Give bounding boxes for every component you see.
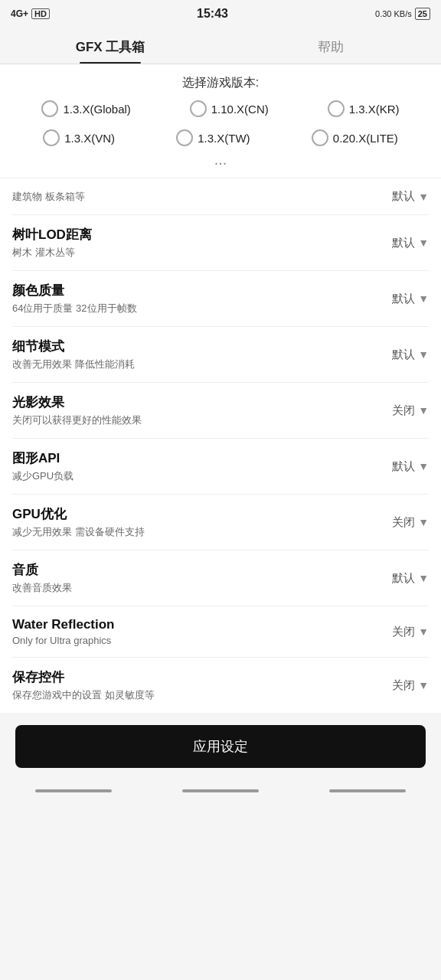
network-speed: 0.30 KB/s [375,9,412,18]
setting-desc-audio-quality: 改善音质效果 [12,581,383,595]
setting-title-gpu-optimize: GPU优化 [12,505,383,523]
setting-water-reflection: Water Reflection Only for Ultra graphics… [12,606,429,658]
setting-desc-gpu-optimize: 减少无用效果 需设备硬件支持 [12,525,383,539]
dropdown-arrow-leaf-lod: ▼ [418,237,429,249]
version-lite[interactable]: 0.20.X(LITE) [312,129,398,146]
settings-list: 建筑物 板条箱等 默认 ▼ 树叶LOD距离 树木 灌木丛等 默认 ▼ 颜色质量 … [0,178,441,713]
radio-tw[interactable] [176,129,193,146]
status-left: 4G+ HD [11,8,50,19]
setting-desc-color-quality: 64位用于质量 32位用于帧数 [12,302,383,315]
version-kr[interactable]: 1.3.X(KR) [328,100,400,117]
nav-line-left [35,789,112,792]
setting-title-shadow-effect: 光影效果 [12,394,383,411]
setting-info-leaf-lod: 树叶LOD距离 树木 灌木丛等 [12,226,383,260]
setting-info-audio-quality: 音质 改善音质效果 [12,561,383,595]
setting-shadow-effect: 光影效果 关闭可以获得更好的性能效果 关闭 ▼ [12,383,429,439]
setting-detail-mode: 细节模式 改善无用效果 降低性能消耗 默认 ▼ [12,327,429,383]
tab-gfx[interactable]: GFX 工具箱 [0,28,220,64]
setting-value-leaf-lod[interactable]: 默认 ▼ [383,236,429,250]
setting-value-object-detail[interactable]: 默认 ▼ [383,189,429,204]
setting-desc-water-reflection: Only for Ultra graphics [12,635,383,646]
setting-object-detail: 建筑物 板条箱等 默认 ▼ [12,178,429,215]
dropdown-arrow-object-detail: ▼ [418,191,429,203]
version-tw[interactable]: 1.3.X(TW) [176,129,250,146]
apply-section: 应用设定 [0,713,441,783]
dropdown-arrow-graphics-api: ▼ [418,460,429,472]
setting-value-audio-quality[interactable]: 默认 ▼ [383,571,429,586]
status-bar: 4G+ HD 15:43 0.30 KB/s 25 [0,0,441,28]
setting-info-shadow-effect: 光影效果 关闭可以获得更好的性能效果 [12,394,383,427]
setting-value-color-quality[interactable]: 默认 ▼ [383,292,429,306]
dropdown-arrow-audio-quality: ▼ [418,572,429,584]
setting-leaf-lod: 树叶LOD距离 树木 灌木丛等 默认 ▼ [12,215,429,271]
version-selector: 选择游戏版本: 1.3.X(Global) 1.10.X(CN) 1.3.X(K… [0,64,441,178]
setting-title-graphics-api: 图形API [12,449,383,467]
setting-info-object-detail: 建筑物 板条箱等 [12,190,383,204]
network-indicator: 4G+ [11,8,28,19]
setting-value-detail-mode[interactable]: 默认 ▼ [383,348,429,362]
hd-badge: HD [31,8,50,19]
setting-title-water-reflection: Water Reflection [12,617,383,632]
version-cn[interactable]: 1.10.X(CN) [190,100,269,117]
setting-value-graphics-api[interactable]: 默认 ▼ [383,459,429,474]
setting-graphics-api: 图形API 减少GPU负载 默认 ▼ [12,439,429,495]
version-row-1: 1.3.X(Global) 1.10.X(CN) 1.3.X(KR) [12,100,429,117]
setting-info-save-controls: 保存控件 保存您游戏中的设置 如灵敏度等 [12,668,383,702]
dropdown-arrow-water-reflection: ▼ [418,626,429,638]
setting-info-detail-mode: 细节模式 改善无用效果 降低性能消耗 [12,338,383,371]
setting-value-water-reflection[interactable]: 关闭 ▼ [383,625,429,639]
radio-lite[interactable] [312,129,328,146]
setting-info-color-quality: 颜色质量 64位用于质量 32位用于帧数 [12,282,383,315]
setting-title-color-quality: 颜色质量 [12,282,383,299]
nav-line-right [329,789,406,792]
setting-color-quality: 颜色质量 64位用于质量 32位用于帧数 默认 ▼ [12,271,429,327]
version-options: 1.3.X(Global) 1.10.X(CN) 1.3.X(KR) 1.3.X… [12,100,429,146]
setting-info-water-reflection: Water Reflection Only for Ultra graphics [12,617,383,646]
version-title: 选择游戏版本: [12,75,429,91]
setting-desc-graphics-api: 减少GPU负载 [12,469,383,483]
setting-save-controls: 保存控件 保存您游戏中的设置 如灵敏度等 关闭 ▼ [12,658,429,713]
setting-desc-leaf-lod: 树木 灌木丛等 [12,246,383,260]
setting-title-detail-mode: 细节模式 [12,338,383,355]
dropdown-arrow-detail-mode: ▼ [418,348,429,361]
setting-title-save-controls: 保存控件 [12,668,383,686]
setting-gpu-optimize: GPU优化 减少无用效果 需设备硬件支持 关闭 ▼ [12,495,429,550]
radio-kr[interactable] [328,100,345,117]
status-time: 15:43 [197,7,228,21]
setting-desc-object-detail: 建筑物 板条箱等 [12,190,383,204]
bottom-nav [0,783,441,800]
dropdown-arrow-color-quality: ▼ [418,292,429,305]
setting-info-graphics-api: 图形API 减少GPU负载 [12,449,383,483]
apply-button[interactable]: 应用设定 [15,725,426,768]
radio-cn[interactable] [190,100,207,117]
tab-help[interactable]: 帮助 [220,28,441,64]
setting-audio-quality: 音质 改善音质效果 默认 ▼ [12,550,429,606]
setting-title-leaf-lod: 树叶LOD距离 [12,226,383,243]
battery-level: 25 [415,8,430,20]
version-row-2: 1.3.X(VN) 1.3.X(TW) 0.20.X(LITE) [12,129,429,146]
setting-desc-detail-mode: 改善无用效果 降低性能消耗 [12,358,383,371]
radio-global[interactable] [41,100,58,117]
dropdown-arrow-save-controls: ▼ [418,679,429,691]
status-right: 0.30 KB/s 25 [375,8,430,20]
nav-line-center [182,789,259,792]
dropdown-arrow-gpu-optimize: ▼ [418,516,429,528]
setting-desc-save-controls: 保存您游戏中的设置 如灵敏度等 [12,688,383,702]
version-global[interactable]: 1.3.X(Global) [41,100,130,117]
version-vn[interactable]: 1.3.X(VN) [43,129,115,146]
tab-bar: GFX 工具箱 帮助 [0,28,441,64]
setting-value-gpu-optimize[interactable]: 关闭 ▼ [383,515,429,530]
setting-value-shadow-effect[interactable]: 关闭 ▼ [383,403,429,418]
more-dots: ... [12,146,429,170]
dropdown-arrow-shadow-effect: ▼ [418,404,429,416]
radio-vn[interactable] [43,129,60,146]
setting-info-gpu-optimize: GPU优化 减少无用效果 需设备硬件支持 [12,505,383,539]
setting-title-audio-quality: 音质 [12,561,383,579]
setting-desc-shadow-effect: 关闭可以获得更好的性能效果 [12,413,383,427]
setting-value-save-controls[interactable]: 关闭 ▼ [383,678,429,693]
